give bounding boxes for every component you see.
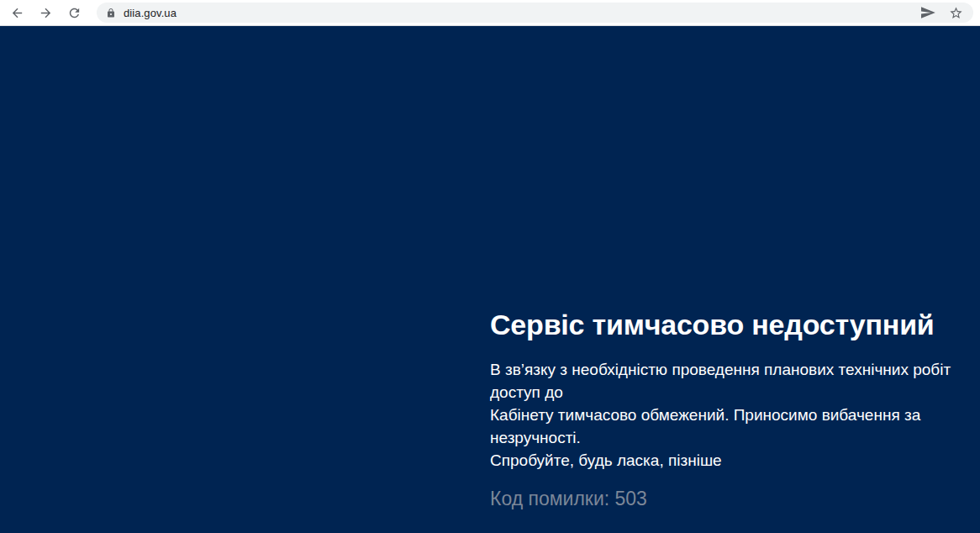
error-page: Сервіс тимчасово недоступний В зв’язку з… [0,26,980,533]
back-button[interactable] [5,1,29,24]
browser-toolbar: diia.gov.ua [0,0,980,26]
page-title: Сервіс тимчасово недоступний [490,307,973,342]
reload-button[interactable] [62,1,86,24]
error-code: Код помилки: 503 [490,486,973,511]
lock-icon[interactable] [106,8,116,18]
forward-button[interactable] [34,1,57,24]
browser-window: diia.gov.ua Сервіс тимчасово недоступний… [0,0,980,533]
back-arrow-icon [10,6,24,20]
address-bar[interactable]: diia.gov.ua [97,3,973,23]
error-message: В зв’язку з необхідністю проведення план… [490,358,973,472]
bookmark-button[interactable] [949,6,963,20]
send-icon [919,6,936,19]
star-outline-icon [949,6,963,20]
send-button[interactable] [919,6,936,19]
forward-arrow-icon [39,6,53,20]
reload-icon [67,6,82,20]
url-text[interactable]: diia.gov.ua [124,7,177,19]
error-content: Сервіс тимчасово недоступний В зв’язку з… [490,307,973,511]
